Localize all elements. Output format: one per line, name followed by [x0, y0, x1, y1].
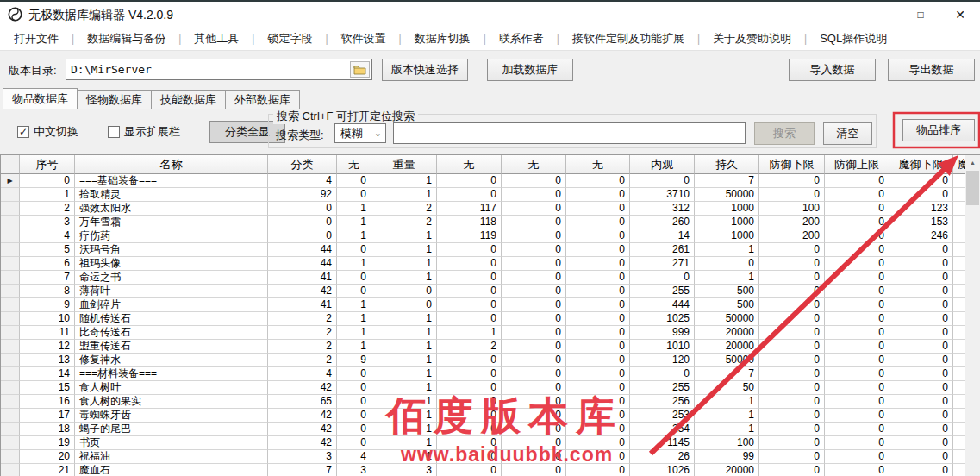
row-marker[interactable]: [1, 340, 20, 354]
table-cell[interactable]: 0: [759, 367, 825, 381]
table-cell[interactable]: 0: [437, 188, 502, 202]
table-cell[interactable]: 44: [268, 243, 337, 257]
table-cell[interactable]: 0: [825, 436, 889, 450]
table-cell[interactable]: 0: [566, 188, 630, 202]
table-cell[interactable]: 0: [502, 312, 566, 326]
table-cell[interactable]: 0: [502, 174, 566, 188]
table-cell[interactable]: 1: [371, 243, 437, 257]
table-cell[interactable]: 0: [437, 174, 502, 188]
table-cell[interactable]: 1: [371, 367, 437, 381]
menu-item-0[interactable]: 打开文件: [9, 31, 64, 47]
table-cell[interactable]: 1: [371, 354, 437, 367]
table-cell[interactable]: 蝎子的尾巴: [75, 423, 268, 436]
table-cell[interactable]: [953, 202, 965, 216]
table-cell[interactable]: 7: [695, 174, 759, 188]
table-cell[interactable]: 0: [502, 285, 566, 298]
table-cell[interactable]: 0: [825, 216, 889, 229]
column-header[interactable]: 无: [337, 155, 371, 174]
table-cell[interactable]: 1: [695, 271, 759, 285]
load-database-button[interactable]: 加载数据库: [487, 59, 573, 81]
table-cell[interactable]: 0: [502, 243, 566, 257]
table-cell[interactable]: 0: [566, 257, 630, 271]
table-cell[interactable]: 15: [20, 381, 75, 395]
table-cell[interactable]: 255: [630, 381, 695, 395]
table-cell[interactable]: 0: [437, 271, 502, 285]
table-cell[interactable]: 0: [825, 271, 889, 285]
table-cell[interactable]: 11: [20, 326, 75, 340]
menu-item-3[interactable]: 锁定字段: [262, 31, 317, 47]
table-cell[interactable]: 6: [20, 257, 75, 271]
close-button[interactable]: ✕: [940, 2, 980, 28]
table-cell[interactable]: 书页: [75, 436, 268, 450]
scroll-up-icon[interactable]: ▲: [965, 155, 980, 170]
row-marker[interactable]: [1, 285, 20, 298]
table-cell[interactable]: 0: [437, 298, 502, 312]
table-cell[interactable]: 200: [759, 229, 825, 243]
table-cell[interactable]: 0: [566, 216, 630, 229]
table-cell[interactable]: 0: [502, 229, 566, 243]
table-cell[interactable]: 1: [337, 298, 371, 312]
table-cell[interactable]: 食人树叶: [75, 381, 268, 395]
table-cell[interactable]: 0: [889, 409, 953, 423]
menu-item-5[interactable]: 数据库切换: [409, 31, 476, 47]
table-cell[interactable]: 0: [759, 409, 825, 423]
table-cell[interactable]: [953, 271, 965, 285]
table-cell[interactable]: 疗伤药: [75, 229, 268, 243]
table-cell[interactable]: ===基础装备===: [75, 174, 268, 188]
table-cell[interactable]: 0: [337, 285, 371, 298]
table-cell[interactable]: 2: [268, 340, 337, 354]
table-cell[interactable]: 42: [268, 436, 337, 450]
table-cell[interactable]: 0: [566, 354, 630, 367]
table-cell[interactable]: 0: [825, 409, 889, 423]
table-cell[interactable]: 256: [630, 395, 695, 409]
table-cell[interactable]: 随机传送石: [75, 312, 268, 326]
row-marker[interactable]: [1, 409, 20, 423]
table-cell[interactable]: 1: [695, 243, 759, 257]
table-cell[interactable]: 血剑碎片: [75, 298, 268, 312]
table-cell[interactable]: 153: [889, 216, 953, 229]
table-cell[interactable]: 42: [268, 381, 337, 395]
table-cell[interactable]: 0: [825, 202, 889, 216]
tab-外部数据库[interactable]: 外部数据库: [225, 90, 300, 109]
row-marker[interactable]: [1, 395, 20, 409]
table-cell[interactable]: 0: [825, 354, 889, 367]
table-cell[interactable]: [953, 381, 965, 395]
table-cell[interactable]: 1026: [630, 464, 695, 476]
column-header[interactable]: 防御下限: [759, 155, 825, 174]
table-cell[interactable]: 3: [268, 450, 337, 464]
table-cell[interactable]: 0: [437, 367, 502, 381]
table-cell[interactable]: 0: [371, 285, 437, 298]
table-cell[interactable]: 比奇传送石: [75, 326, 268, 340]
table-cell[interactable]: ===材料装备===: [75, 367, 268, 381]
table-cell[interactable]: 4: [337, 450, 371, 464]
table-cell[interactable]: 9: [20, 298, 75, 312]
table-cell[interactable]: 0: [825, 174, 889, 188]
table-cell[interactable]: 0: [825, 188, 889, 202]
table-cell[interactable]: 20000: [695, 464, 759, 476]
table-cell[interactable]: [953, 298, 965, 312]
table-cell[interactable]: 50000: [695, 354, 759, 367]
table-cell[interactable]: 薄荷叶: [75, 285, 268, 298]
table-cell[interactable]: 0: [437, 243, 502, 257]
table-cell[interactable]: 0: [759, 381, 825, 395]
table-cell[interactable]: 1: [337, 216, 371, 229]
menu-item-4[interactable]: 软件设置: [336, 31, 391, 47]
table-cell[interactable]: 0: [889, 450, 953, 464]
table-cell[interactable]: 99: [695, 450, 759, 464]
table-cell[interactable]: 4: [268, 367, 337, 381]
table-cell[interactable]: 0: [268, 229, 337, 243]
table-cell[interactable]: 0: [759, 340, 825, 354]
table-cell[interactable]: 2: [20, 202, 75, 216]
table-cell[interactable]: 盟重传送石: [75, 340, 268, 354]
table-cell[interactable]: 1: [337, 202, 371, 216]
table-cell[interactable]: 42: [268, 423, 337, 436]
table-cell[interactable]: [953, 257, 965, 271]
table-cell[interactable]: 50000: [695, 312, 759, 326]
table-cell[interactable]: 0: [825, 423, 889, 436]
table-cell[interactable]: 10: [20, 312, 75, 326]
table-cell[interactable]: 0: [825, 285, 889, 298]
table-cell[interactable]: 0: [337, 243, 371, 257]
table-cell[interactable]: 0: [566, 229, 630, 243]
table-cell[interactable]: 1: [337, 326, 371, 340]
table-cell[interactable]: [953, 409, 965, 423]
